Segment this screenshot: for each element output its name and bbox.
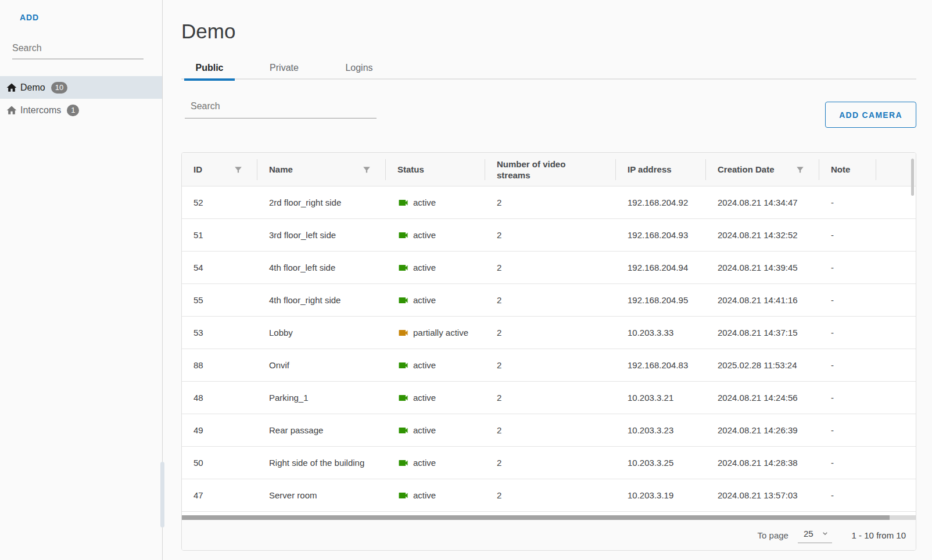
pagination-range-label: 1 - 10 from 10 <box>852 530 906 540</box>
table-horizontal-scrollbar[interactable] <box>182 515 916 520</box>
sidebar-item-label: Demo <box>20 82 45 93</box>
table-row[interactable]: 48Parking_1active210.203.3.212024.08.21 … <box>182 382 916 414</box>
table-row[interactable]: 50Right side of the buildingactive210.20… <box>182 447 916 479</box>
cell-id: 48 <box>182 393 257 403</box>
table-vertical-scrollbar-thumb[interactable] <box>911 159 914 196</box>
cell-id: 54 <box>182 263 257 272</box>
sidebar-item-demo[interactable]: Demo10 <box>0 76 162 99</box>
table-row[interactable]: 47Server roomactive210.203.3.192024.08.2… <box>182 479 916 512</box>
cell-streams: 2 <box>485 458 616 468</box>
table-row[interactable]: 522rd floor_right sideactive2192.168.204… <box>182 186 916 219</box>
cell-creation-date: 2024.08.21 14:34:47 <box>706 198 819 207</box>
header-scrollbar-gutter <box>876 153 916 186</box>
column-header-label: Name <box>269 164 293 175</box>
tab-public[interactable]: Public <box>181 56 238 80</box>
sidebar-search-input[interactable] <box>12 41 144 59</box>
table-body: 522rd floor_right sideactive2192.168.204… <box>182 186 916 512</box>
sidebar-search <box>12 41 144 59</box>
cell-name: Lobby <box>257 328 386 338</box>
add-camera-button[interactable]: ADD CAMERA <box>825 102 916 128</box>
cell-ip: 10.203.3.19 <box>616 490 706 500</box>
column-header-id: ID <box>182 153 257 186</box>
cell-ip: 192.168.204.83 <box>616 360 706 370</box>
table-row[interactable]: 554th floor_right sideactive2192.168.204… <box>182 284 916 317</box>
cell-status: partially active <box>386 327 485 339</box>
camera-status-icon <box>397 425 409 436</box>
camera-status-icon <box>397 262 409 274</box>
cell-streams: 2 <box>485 490 616 500</box>
table-row[interactable]: 513rd floor_left sideactive2192.168.204.… <box>182 219 916 252</box>
table-row[interactable]: 88Onvifactive2192.168.204.832025.02.28 1… <box>182 349 916 382</box>
cell-ip: 10.203.3.33 <box>616 328 706 338</box>
cell-status: active <box>386 295 485 306</box>
camera-status-icon <box>397 457 409 469</box>
cell-creation-date: 2024.08.21 14:37:15 <box>706 328 819 338</box>
sidebar-item-label: Intercoms <box>20 105 61 116</box>
camera-status-icon <box>397 360 409 371</box>
column-header-number-of-video-streams: Number of video streams <box>485 153 616 186</box>
cell-status: active <box>386 262 485 274</box>
table-horizontal-scrollbar-thumb[interactable] <box>182 515 890 520</box>
cell-note: - <box>819 360 876 370</box>
cell-note: - <box>819 328 876 338</box>
status-label: active <box>413 295 436 305</box>
tab-label: Private <box>270 63 299 73</box>
page-size-select[interactable]: 25 <box>798 527 832 543</box>
tab-label: Logins <box>345 63 372 73</box>
cell-name: Parking_1 <box>257 393 386 403</box>
cell-streams: 2 <box>485 360 616 370</box>
cell-note: - <box>819 230 876 240</box>
sidebar-item-intercoms[interactable]: Intercoms1 <box>0 99 162 121</box>
column-header-creation-date: Creation Date <box>706 153 819 186</box>
status-label: active <box>413 198 436 207</box>
sidebar-scrollbar-thumb[interactable] <box>160 462 164 527</box>
cell-creation-date: 2025.02.28 11:53:24 <box>706 360 819 370</box>
camera-count-badge: 10 <box>51 82 67 94</box>
cell-note: - <box>819 198 876 207</box>
table-search-input[interactable] <box>185 98 377 119</box>
cell-id: 50 <box>182 458 257 468</box>
cell-creation-date: 2024.08.21 14:39:45 <box>706 263 819 272</box>
cell-creation-date: 2024.08.21 13:57:03 <box>706 490 819 500</box>
page-title: Demo <box>181 20 235 43</box>
filter-icon[interactable] <box>234 166 242 174</box>
cell-note: - <box>819 263 876 272</box>
column-header-label: Creation Date <box>718 164 775 175</box>
camera-status-icon <box>397 490 409 501</box>
status-label: active <box>413 490 436 500</box>
cell-streams: 2 <box>485 425 616 435</box>
table-footer: To page 25 1 - 10 from 10 <box>182 520 916 550</box>
status-label: active <box>413 425 436 435</box>
cell-ip: 192.168.204.95 <box>616 295 706 305</box>
column-header-label: Number of video streams <box>497 159 578 181</box>
table-row[interactable]: 53Lobbypartially active210.203.3.332024.… <box>182 317 916 349</box>
cell-creation-date: 2024.08.21 14:41:16 <box>706 295 819 305</box>
home-icon <box>6 105 17 116</box>
tab-private[interactable]: Private <box>238 56 331 80</box>
cell-note: - <box>819 490 876 500</box>
filter-icon[interactable] <box>796 166 804 174</box>
cell-ip: 10.203.3.25 <box>616 458 706 468</box>
status-label: active <box>413 393 436 403</box>
sidebar-nav: Demo10Intercoms1 <box>0 76 162 121</box>
status-label: active <box>413 360 436 370</box>
camera-status-icon <box>397 229 409 241</box>
cell-status: active <box>386 490 485 501</box>
cell-note: - <box>819 393 876 403</box>
main-content: Demo PublicPrivateLogins ADD CAMERA IDNa… <box>181 0 916 560</box>
cell-creation-date: 2024.08.21 14:32:52 <box>706 230 819 240</box>
status-label: active <box>413 263 436 272</box>
cell-creation-date: 2024.08.21 14:28:38 <box>706 458 819 468</box>
cell-ip: 192.168.204.93 <box>616 230 706 240</box>
table-row[interactable]: 544th floor_left sideactive2192.168.204.… <box>182 252 916 284</box>
cell-status: active <box>386 360 485 371</box>
tab-logins[interactable]: Logins <box>331 56 388 80</box>
add-button[interactable]: ADD <box>20 13 39 22</box>
cell-ip: 10.203.3.23 <box>616 425 706 435</box>
filter-icon[interactable] <box>363 166 371 174</box>
table-row[interactable]: 49Rear passageactive210.203.3.232024.08.… <box>182 414 916 447</box>
to-page-label: To page <box>758 530 788 540</box>
tab-bar: PublicPrivateLogins <box>181 56 916 80</box>
page-size-value: 25 <box>804 529 813 539</box>
cell-streams: 2 <box>485 263 616 272</box>
